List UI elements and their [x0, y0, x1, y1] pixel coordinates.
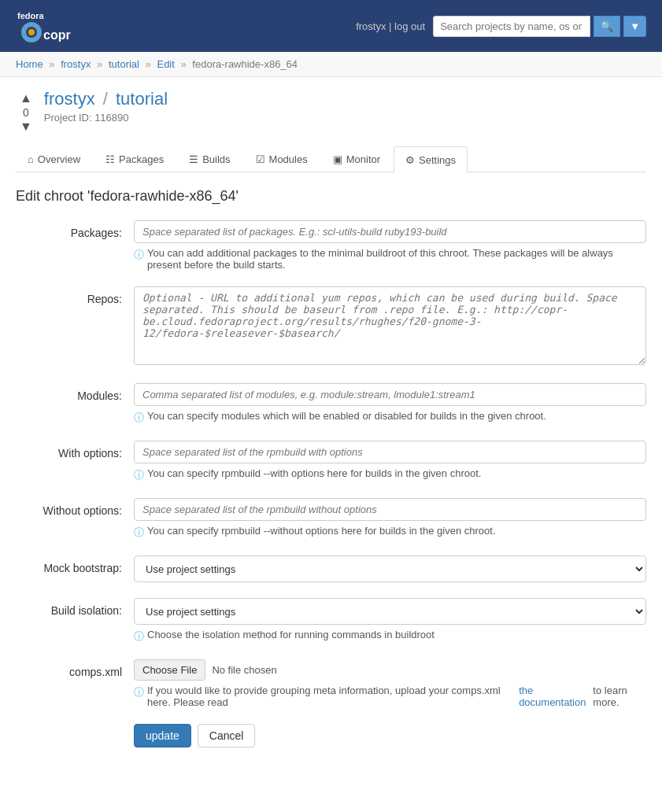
packages-control-wrap: ⓘ You can add additional packages to the… [134, 220, 646, 271]
without-options-help-text: You can specify rpmbuild --without optio… [147, 525, 496, 537]
file-input-area: Choose File No file chosen [134, 659, 646, 681]
comps-xml-group: comps.xml Choose File No file chosen ⓘ I… [16, 659, 646, 708]
gear-icon: ⚙ [405, 154, 415, 166]
search-dropdown-button[interactable]: ▼ [623, 16, 646, 37]
tab-monitor[interactable]: ▣ Monitor [321, 146, 392, 172]
modules-help: ⓘ You can specify modules which will be … [134, 410, 646, 425]
cancel-button[interactable]: Cancel [198, 724, 256, 747]
tab-builds[interactable]: ☰ Builds [177, 146, 242, 172]
project-id: Project ID: 116890 [44, 112, 646, 124]
without-options-control-wrap: ⓘ You can specify rpmbuild --without opt… [134, 498, 646, 540]
username-link[interactable]: frostyx [356, 20, 386, 32]
svg-text:copr: copr [43, 28, 71, 42]
packages-icon: ☷ [105, 153, 115, 165]
project-owner-link[interactable]: frostyx [44, 89, 95, 109]
breadcrumb-chroot: fedora-rawhide-x86_64 [192, 58, 298, 70]
build-isolation-info-icon: ⓘ [134, 629, 144, 644]
packages-input[interactable] [134, 220, 646, 243]
comps-help-prefix: If you would like to provide grouping me… [147, 685, 516, 708]
with-options-group: With options: ⓘ You can specify rpmbuild… [16, 441, 646, 482]
build-isolation-label: Build isolation: [16, 598, 134, 619]
logout-link[interactable]: log out [394, 20, 425, 32]
svg-text:fedora: fedora [17, 11, 45, 20]
mock-bootstrap-select[interactable]: Use project settings enabled disabled [134, 555, 646, 582]
svg-point-3 [28, 29, 35, 35]
repos-group: Repos: [16, 286, 646, 367]
modules-label: Modules: [16, 383, 134, 404]
comps-doc-link[interactable]: the documentation [519, 685, 590, 708]
update-button[interactable]: update [134, 724, 191, 747]
sep3: » [146, 58, 151, 70]
modules-icon: ☑ [256, 153, 265, 165]
breadcrumb-home[interactable]: Home [16, 58, 43, 70]
breadcrumb-frostyx[interactable]: frostyx [61, 58, 91, 70]
sep4: » [181, 58, 187, 70]
comps-help: ⓘ If you would like to provide grouping … [134, 685, 646, 708]
site-header: fedora copr frostyx | log out 🔍 ▼ [0, 0, 662, 52]
with-options-info-icon: ⓘ [134, 468, 144, 482]
without-options-label: Without options: [16, 498, 134, 519]
user-links: frostyx | log out [356, 20, 425, 32]
search-area: 🔍 ▼ [433, 16, 646, 37]
comps-info-icon: ⓘ [134, 685, 144, 699]
without-options-info-icon: ⓘ [134, 526, 144, 540]
mock-bootstrap-group: Mock bootstrap: Use project settings ena… [16, 555, 646, 582]
nav-tabs: ⌂ Overview ☷ Packages ☰ Builds ☑ Modules… [16, 146, 646, 172]
tab-monitor-label: Monitor [346, 153, 380, 165]
with-options-help-text: You can specify rpmbuild --with options … [147, 467, 481, 479]
tab-settings[interactable]: ⚙ Settings [394, 146, 468, 172]
home-icon: ⌂ [28, 153, 34, 165]
repos-input[interactable] [134, 286, 646, 365]
tab-packages[interactable]: ☷ Packages [94, 146, 176, 172]
modules-input[interactable] [134, 383, 646, 406]
search-button[interactable]: 🔍 [594, 16, 620, 37]
monitor-icon: ▣ [333, 153, 342, 165]
page-title: Edit chroot 'fedora-rawhide-x86_64' [16, 188, 646, 205]
vote-widget: ▲ 0 ▼ [16, 90, 36, 135]
repos-control-wrap [134, 286, 646, 367]
vote-count: 0 [23, 106, 29, 119]
file-name-display: No file chosen [212, 664, 276, 676]
with-options-input[interactable] [134, 441, 646, 463]
project-header: ▲ 0 ▼ frostyx / tutorial Project ID: 116… [0, 77, 662, 135]
project-name-link[interactable]: tutorial [116, 89, 168, 109]
search-input[interactable] [433, 16, 590, 37]
repos-label: Repos: [16, 286, 134, 308]
modules-control-wrap: ⓘ You can specify modules which will be … [134, 383, 646, 425]
vote-up-button[interactable]: ▲ [16, 90, 36, 106]
build-isolation-help-text: Choose the isolation method for running … [147, 629, 435, 640]
modules-group: Modules: ⓘ You can specify modules which… [16, 383, 646, 425]
without-options-group: Without options: ⓘ You can specify rpmbu… [16, 498, 646, 540]
project-title: frostyx / tutorial [44, 89, 646, 109]
comps-help-suffix: to learn more. [593, 685, 646, 708]
without-options-input[interactable] [134, 498, 646, 521]
packages-label: Packages: [16, 220, 134, 242]
action-buttons: update Cancel [16, 724, 646, 747]
modules-help-text: You can specify modules which will be en… [147, 410, 546, 422]
sep1: » [49, 58, 54, 70]
build-isolation-group: Build isolation: Use project settings si… [16, 598, 646, 644]
project-title-area: frostyx / tutorial Project ID: 116890 [44, 89, 646, 124]
comps-xml-control-wrap: Choose File No file chosen ⓘ If you woul… [134, 659, 646, 708]
packages-help-text: You can add additional packages to the m… [147, 247, 646, 271]
build-isolation-select[interactable]: Use project settings simple nspawn [134, 598, 646, 625]
mock-bootstrap-label: Mock bootstrap: [16, 555, 134, 577]
choose-file-button[interactable]: Choose File [134, 659, 205, 681]
tab-packages-label: Packages [119, 153, 164, 165]
tab-modules-label: Modules [269, 153, 308, 165]
with-options-help: ⓘ You can specify rpmbuild --with option… [134, 467, 646, 482]
mock-bootstrap-control-wrap: Use project settings enabled disabled [134, 555, 646, 582]
build-isolation-help: ⓘ Choose the isolation method for runnin… [134, 629, 646, 644]
packages-group: Packages: ⓘ You can add additional packa… [16, 220, 646, 271]
vote-down-button[interactable]: ▼ [16, 119, 36, 135]
tab-modules[interactable]: ☑ Modules [244, 146, 320, 172]
build-isolation-control-wrap: Use project settings simple nspawn ⓘ Cho… [134, 598, 646, 644]
comps-xml-label: comps.xml [16, 659, 134, 681]
without-options-help: ⓘ You can specify rpmbuild --without opt… [134, 525, 646, 540]
breadcrumb-edit[interactable]: Edit [157, 58, 174, 70]
breadcrumb-tutorial[interactable]: tutorial [109, 58, 139, 70]
tab-overview[interactable]: ⌂ Overview [16, 146, 92, 172]
info-icon: ⓘ [134, 248, 144, 262]
with-options-control-wrap: ⓘ You can specify rpmbuild --with option… [134, 441, 646, 482]
packages-help: ⓘ You can add additional packages to the… [134, 247, 646, 271]
